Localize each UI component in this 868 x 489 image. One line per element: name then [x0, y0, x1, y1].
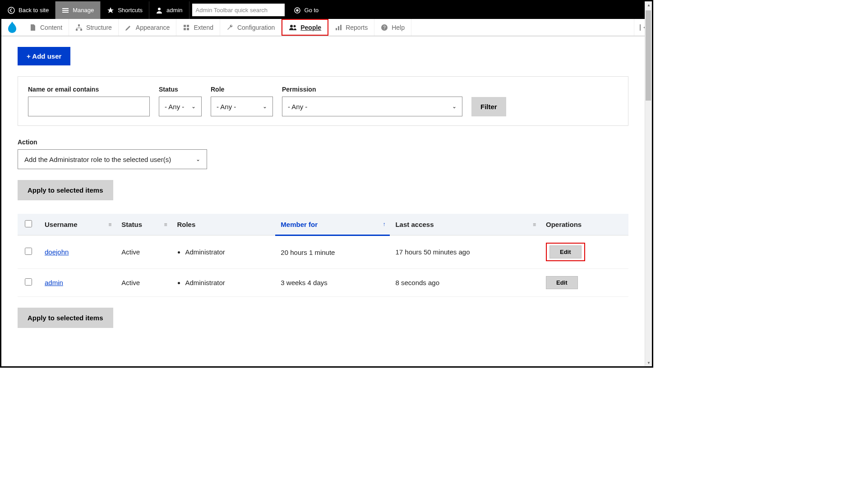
- drupal-logo[interactable]: [1, 19, 23, 36]
- action-select[interactable]: Add the Administrator role to the select…: [18, 149, 207, 169]
- chevron-down-icon: ⌄: [452, 103, 457, 110]
- menu-structure[interactable]: Structure: [69, 19, 119, 36]
- menu-extend-label: Extend: [194, 24, 213, 31]
- svg-point-4: [158, 8, 161, 10]
- svg-point-0: [8, 7, 14, 14]
- appearance-icon: [125, 24, 132, 31]
- svg-rect-9: [80, 29, 82, 31]
- menu-help[interactable]: ? Help: [374, 19, 411, 36]
- apply-selected-top-button[interactable]: Apply to selected items: [18, 180, 113, 200]
- svg-rect-2: [62, 10, 69, 11]
- operations-header: Operations: [540, 214, 628, 235]
- scroll-down-arrow[interactable]: ▼: [645, 359, 652, 366]
- member-for-cell: 3 weeks 4 days: [275, 269, 390, 297]
- filter-permission-field: Permission - Any - ⌄: [282, 86, 462, 116]
- status-header[interactable]: Status ≡: [116, 214, 171, 235]
- chevron-down-icon: ⌄: [263, 103, 267, 110]
- user-link[interactable]: admin: [149, 1, 189, 19]
- operations-header-label: Operations: [546, 221, 582, 228]
- menu-reports[interactable]: Reports: [328, 19, 374, 36]
- edit-button[interactable]: Edit: [549, 245, 582, 258]
- filter-button[interactable]: Filter: [471, 97, 506, 116]
- manage-toggle[interactable]: Manage: [55, 1, 101, 19]
- member-for-header[interactable]: Member for ↑: [275, 214, 390, 235]
- chevron-down-icon: ⌄: [191, 103, 196, 110]
- goto-label: Go to: [305, 7, 319, 14]
- status-header-label: Status: [121, 221, 142, 228]
- username-header-label: Username: [45, 221, 78, 228]
- drupal-icon: [7, 22, 17, 33]
- svg-rect-21: [640, 24, 641, 31]
- filter-status-label: Status: [159, 86, 202, 93]
- menu-appearance[interactable]: Appearance: [119, 19, 177, 36]
- roles-header-label: Roles: [177, 221, 195, 228]
- structure-icon: [75, 24, 83, 31]
- people-icon: [289, 24, 297, 31]
- last-access-cell: 8 seconds ago: [390, 269, 540, 297]
- roles-cell: Administrator: [177, 279, 270, 286]
- scroll-thumb[interactable]: [646, 10, 651, 101]
- page-content: + Add user Name or email contains Status…: [1, 36, 645, 339]
- row-checkbox[interactable]: [25, 278, 32, 286]
- svg-rect-13: [187, 28, 189, 30]
- menu-configuration[interactable]: Configuration: [220, 19, 282, 36]
- filter-name-input[interactable]: [28, 97, 150, 116]
- filter-permission-select[interactable]: - Any - ⌄: [282, 97, 462, 116]
- wrench-icon: [226, 24, 234, 31]
- filter-role-label: Role: [211, 86, 273, 93]
- menu-reports-label: Reports: [346, 24, 368, 31]
- menu-structure-label: Structure: [86, 24, 112, 31]
- select-all-header: [18, 214, 39, 235]
- filter-permission-label: Permission: [282, 86, 462, 93]
- back-label: Back to site: [18, 7, 49, 14]
- menu-extend[interactable]: Extend: [176, 19, 220, 36]
- scroll-up-arrow[interactable]: ▲: [645, 1, 652, 9]
- svg-rect-7: [78, 24, 80, 26]
- roles-cell: Administrator: [177, 248, 270, 256]
- add-user-button[interactable]: + Add user: [18, 47, 70, 65]
- admin-top-toolbar: Back to site Manage Shortcuts admin Go t…: [1, 1, 652, 19]
- edit-highlight: Edit: [546, 243, 585, 261]
- star-icon: [107, 7, 114, 14]
- svg-rect-18: [340, 25, 342, 30]
- operations-cell: Edit: [540, 235, 628, 269]
- shortcuts-link[interactable]: Shortcuts: [101, 1, 149, 19]
- svg-rect-12: [184, 28, 186, 30]
- username-link[interactable]: doejohn: [45, 248, 69, 256]
- last-access-header[interactable]: Last access ≡: [390, 214, 540, 235]
- sort-icon: ≡: [533, 221, 536, 228]
- back-to-site[interactable]: Back to site: [1, 1, 55, 19]
- shortcuts-label: Shortcuts: [118, 7, 143, 14]
- sort-icon: ≡: [108, 221, 111, 228]
- apply-selected-bottom-button[interactable]: Apply to selected items: [18, 308, 113, 328]
- toolbar-search-input[interactable]: [192, 4, 285, 16]
- action-section: Action Add the Administrator role to the…: [18, 138, 628, 169]
- vertical-scrollbar[interactable]: ▲ ▼: [645, 1, 652, 366]
- filter-status-value: - Any -: [165, 103, 184, 111]
- select-all-checkbox[interactable]: [25, 220, 32, 227]
- menu-people[interactable]: People: [282, 19, 328, 36]
- sort-icon: ≡: [164, 221, 167, 228]
- svg-point-14: [290, 25, 293, 28]
- action-label: Action: [18, 138, 628, 146]
- username-link[interactable]: admin: [45, 279, 63, 286]
- svg-rect-11: [187, 25, 189, 27]
- status-cell: Active: [116, 269, 171, 297]
- operations-cell: Edit: [540, 269, 628, 297]
- row-checkbox[interactable]: [25, 248, 32, 255]
- chevron-down-icon: ⌄: [196, 156, 200, 162]
- menu-help-label: Help: [392, 24, 405, 31]
- user-icon: [156, 7, 163, 14]
- filter-status-select[interactable]: - Any - ⌄: [159, 97, 202, 116]
- menu-configuration-label: Configuration: [237, 24, 275, 31]
- target-icon: [294, 7, 301, 14]
- filter-role-field: Role - Any - ⌄: [211, 86, 273, 116]
- filter-role-select[interactable]: - Any - ⌄: [211, 97, 273, 116]
- edit-button[interactable]: Edit: [546, 276, 578, 289]
- svg-text:?: ?: [383, 25, 386, 30]
- filter-name-field: Name or email contains: [28, 86, 150, 116]
- menu-content[interactable]: Content: [23, 19, 69, 36]
- chevron-left-icon: [8, 7, 15, 14]
- username-header[interactable]: Username ≡: [39, 214, 116, 235]
- goto-link[interactable]: Go to: [287, 1, 325, 19]
